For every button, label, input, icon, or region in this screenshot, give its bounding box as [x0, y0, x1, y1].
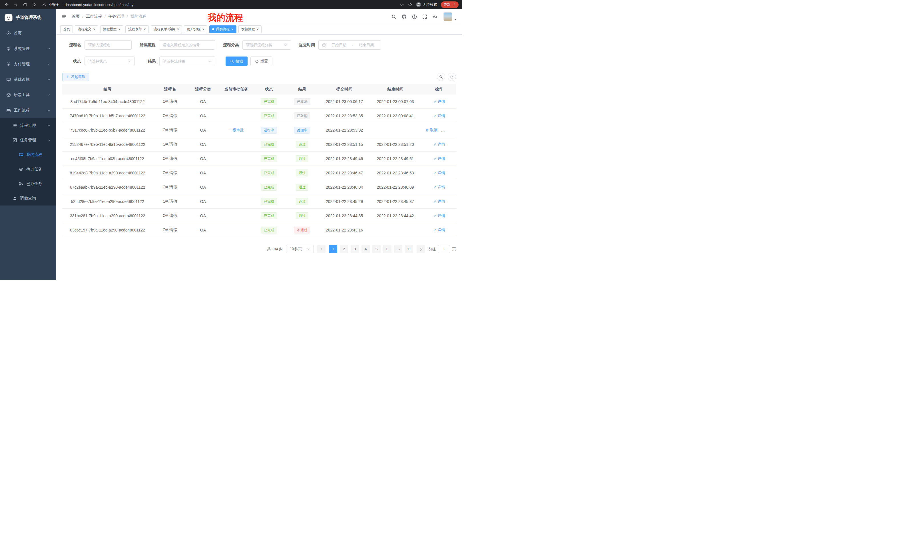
status-badge: 已完成: [261, 169, 277, 177]
chevron-down-icon: [47, 78, 51, 81]
detail-link[interactable]: 详情: [433, 185, 445, 190]
detail-link[interactable]: 详情: [433, 228, 445, 233]
address-divider: [62, 3, 62, 7]
cancel-link[interactable]: 取消: [426, 127, 438, 133]
tab[interactable]: 流程表单×: [125, 25, 149, 33]
sidebar-item[interactable]: 支付管理: [0, 57, 56, 72]
tab[interactable]: 我的流程×: [209, 25, 236, 33]
back-icon[interactable]: [3, 1, 10, 8]
yen-icon: [6, 62, 11, 66]
filter-category: 流程分类 请选择流程分类: [223, 40, 291, 49]
close-icon[interactable]: ×: [231, 27, 234, 31]
sidebar-item[interactable]: 流程管理: [0, 118, 56, 133]
hamburger-icon[interactable]: [62, 14, 66, 19]
address-bar[interactable]: 不安全 dashboard.yudao.iocoder.cn/bpm/task/…: [42, 2, 395, 7]
fullscreen-icon[interactable]: [422, 14, 427, 19]
edit-icon: [433, 186, 436, 189]
fontsize-icon[interactable]: [433, 14, 438, 19]
tab[interactable]: 流程模型×: [100, 25, 124, 33]
refresh-table-button[interactable]: [448, 73, 456, 81]
close-icon[interactable]: ×: [144, 27, 146, 31]
sidebar-item[interactable]: 研发工具: [0, 87, 56, 103]
tab[interactable]: 首页: [60, 25, 73, 33]
current-task-link[interactable]: 一级审批: [229, 127, 244, 133]
page-button[interactable]: 11: [405, 245, 413, 253]
refresh-icon[interactable]: [22, 1, 28, 8]
avatar[interactable]: [444, 12, 452, 21]
detail-link[interactable]: 详情: [433, 142, 445, 147]
result-select[interactable]: 请选择流结果: [159, 57, 215, 66]
breadcrumb-item[interactable]: 我的流程: [130, 14, 147, 19]
search-button[interactable]: 搜索: [226, 57, 248, 66]
sidebar-item[interactable]: 基础设施: [0, 72, 56, 87]
goto-page-input[interactable]: [438, 245, 450, 253]
category-select[interactable]: 请选择流程分类: [242, 40, 291, 49]
status-select[interactable]: 请选择状态: [84, 57, 135, 66]
cell-result: 通过: [284, 155, 320, 162]
sidebar-item[interactable]: 已办任务: [0, 177, 56, 191]
close-icon[interactable]: ×: [118, 27, 121, 31]
page-ellipsis[interactable]: ···: [394, 245, 402, 253]
help-icon[interactable]: [412, 14, 417, 19]
filter-parent-process: 所属流程: [140, 40, 215, 49]
sidebar-item-label: 请假查询: [20, 196, 36, 201]
breadcrumb-item[interactable]: 首页: [72, 14, 80, 19]
tab[interactable]: 用户分组×: [184, 25, 207, 33]
date-range-picker[interactable]: 开始日期 - 结束日期: [318, 40, 381, 49]
detail-link[interactable]: 详情: [433, 156, 445, 161]
sidebar-item[interactable]: 工作流程: [0, 103, 56, 118]
home-icon[interactable]: [31, 1, 37, 8]
create-process-button[interactable]: 发起流程: [62, 73, 89, 81]
key-icon[interactable]: [400, 3, 404, 7]
forward-icon[interactable]: [13, 1, 19, 8]
page-button[interactable]: 5: [372, 245, 381, 253]
chevron-down-icon: [47, 124, 51, 127]
sidebar-item[interactable]: 待办任务: [0, 162, 56, 177]
github-icon[interactable]: [402, 14, 406, 19]
close-icon[interactable]: ×: [202, 27, 204, 31]
close-icon[interactable]: ×: [177, 27, 179, 31]
cell-actions: 详情: [422, 142, 456, 147]
cell-submit-time: 2022-01-22 23:53:32: [320, 128, 369, 132]
tab[interactable]: 流程定义×: [75, 25, 98, 33]
close-icon[interactable]: ×: [93, 27, 95, 31]
prev-page-button[interactable]: [317, 245, 326, 253]
refresh-icon: [255, 59, 259, 63]
breadcrumb-item[interactable]: 工作流程: [86, 14, 102, 19]
sidebar-item[interactable]: 任务管理: [0, 133, 56, 147]
search-icon[interactable]: [392, 14, 396, 19]
detail-link[interactable]: 详情: [433, 171, 445, 175]
show-search-button[interactable]: [437, 73, 445, 81]
reset-button[interactable]: 重置: [250, 57, 272, 66]
update-button[interactable]: 更新: [441, 1, 459, 8]
detail-link[interactable]: 详情: [433, 199, 445, 204]
sidebar-item[interactable]: 首页: [0, 26, 56, 41]
detail-link[interactable]: 详情: [433, 213, 445, 219]
sidebar-item[interactable]: 请假查询: [0, 191, 56, 205]
page-button[interactable]: 4: [362, 245, 370, 253]
toolbar: 发起流程: [62, 73, 456, 81]
page-button[interactable]: 2: [340, 245, 348, 253]
process-name-input[interactable]: [88, 43, 128, 47]
user-menu[interactable]: [444, 12, 457, 21]
tab[interactable]: 发起流程×: [238, 25, 262, 33]
breadcrumb-item[interactable]: 任务管理: [108, 14, 124, 19]
page-button[interactable]: 3: [351, 245, 359, 253]
star-icon[interactable]: [408, 3, 412, 7]
chevron-down-icon: [307, 247, 310, 251]
sidebar-item[interactable]: 系统管理: [0, 41, 56, 57]
status-placeholder: 请选择状态: [88, 59, 107, 64]
detail-link[interactable]: 详情: [433, 113, 445, 118]
tab[interactable]: 流程表单-编辑×: [151, 25, 182, 33]
submit-time-label: 提交时间: [299, 42, 315, 48]
dots-icon[interactable]: [452, 3, 456, 7]
cell-end-time: 2022-01-22 23:51:20: [369, 142, 422, 147]
page-button[interactable]: 1: [329, 245, 337, 253]
page-button[interactable]: 6: [383, 245, 392, 253]
close-icon[interactable]: ×: [257, 27, 259, 31]
next-page-button[interactable]: [417, 245, 425, 253]
page-size-select[interactable]: 10条/页: [286, 245, 314, 253]
parent-process-input[interactable]: [163, 43, 211, 47]
sidebar-item[interactable]: 我的流程: [0, 147, 56, 162]
detail-link[interactable]: 详情: [433, 99, 445, 104]
